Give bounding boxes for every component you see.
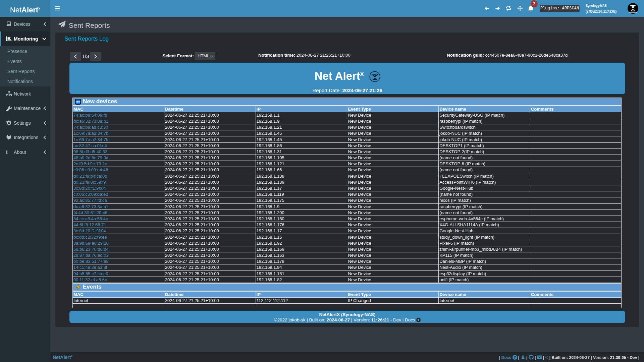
svg-text:?: ? (418, 318, 420, 322)
svg-text:?: ? (514, 355, 516, 359)
svg-text:NEW: NEW (76, 101, 80, 103)
